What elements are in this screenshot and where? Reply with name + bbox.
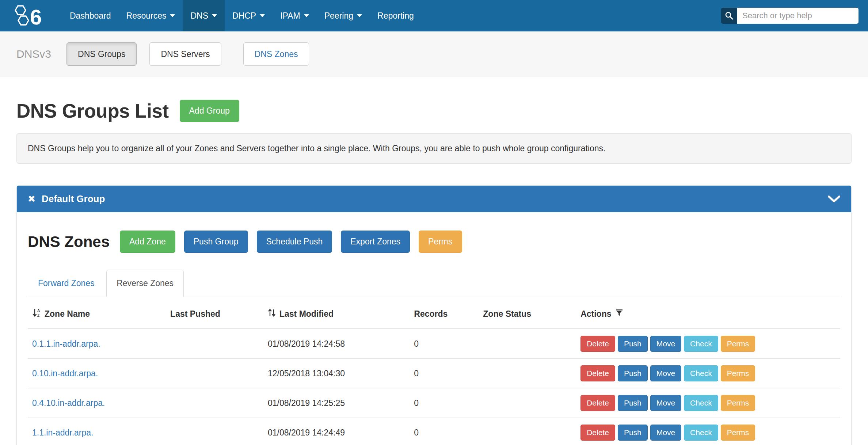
top-navbar: 6 Dashboard Resources DNS DHCP IPAM Peer… <box>0 0 868 31</box>
delete-button[interactable]: Delete <box>580 425 615 441</box>
export-zones-button[interactable]: Export Zones <box>341 231 410 253</box>
nav-label: Reporting <box>377 11 414 21</box>
move-button[interactable]: Move <box>650 395 681 411</box>
move-button[interactable]: Move <box>650 365 681 381</box>
zone-status-cell <box>479 329 576 359</box>
caret-down-icon <box>260 14 265 17</box>
title-row: DNS Groups List Add Group <box>16 100 852 122</box>
filter-icon[interactable] <box>615 308 623 319</box>
last-pushed-cell <box>166 388 263 418</box>
caret-down-icon <box>304 14 309 17</box>
zone-link[interactable]: 0.10.in-addr.arpa. <box>32 369 98 378</box>
nav-item-ipam[interactable]: IPAM <box>273 0 317 31</box>
check-button[interactable]: Check <box>684 365 718 381</box>
collapse-chevron-icon[interactable] <box>828 195 840 203</box>
perms-button[interactable]: Perms <box>721 365 755 381</box>
group-panel-header[interactable]: ✖ Default Group <box>17 186 851 212</box>
delete-button[interactable]: Delete <box>580 336 615 352</box>
zone-status-cell <box>479 359 576 388</box>
description-well: DNS Groups help you to organize all of y… <box>16 133 852 164</box>
last-pushed-cell <box>166 329 263 359</box>
zone-name-cell: 0.10.in-addr.arpa. <box>28 359 166 388</box>
nav-label: DHCP <box>232 11 256 21</box>
zone-status-cell <box>479 388 576 418</box>
check-button[interactable]: Check <box>684 336 718 352</box>
subheader: DNSv3 DNS Groups DNS Servers DNS Zones <box>0 31 868 77</box>
column-header-last-modified[interactable]: Last Modified <box>263 297 410 329</box>
sort-icon <box>268 308 276 320</box>
column-label: Zone Status <box>483 309 531 319</box>
main-content: DNS Groups List Add Group DNS Groups hel… <box>0 100 868 445</box>
check-button[interactable]: Check <box>684 425 718 441</box>
nav-label: Dashboard <box>70 11 111 21</box>
zones-tabs: Forward Zones Reverse Zones <box>28 270 840 297</box>
actions-cell: DeletePushMoveCheckPerms <box>576 388 840 418</box>
last-pushed-cell <box>166 359 263 388</box>
search-button[interactable] <box>721 8 737 24</box>
column-header-zone-name[interactable]: A Z Zone Name <box>28 297 166 329</box>
nav-item-reporting[interactable]: Reporting <box>370 0 422 31</box>
push-button[interactable]: Push <box>618 336 648 352</box>
push-button[interactable]: Push <box>618 395 648 411</box>
svg-text:A: A <box>37 309 40 313</box>
dns-zones-title: DNS Zones <box>28 233 110 251</box>
caret-down-icon <box>170 14 175 17</box>
column-header-records: Records <box>410 297 479 329</box>
schedule-push-button[interactable]: Schedule Push <box>257 231 332 253</box>
add-zone-button[interactable]: Add Zone <box>120 231 175 253</box>
column-label: Last Pushed <box>170 309 220 319</box>
nav-item-dashboard[interactable]: Dashboard <box>62 0 119 31</box>
nav-label: DNS <box>190 11 208 21</box>
push-group-button[interactable]: Push Group <box>184 231 248 253</box>
nav-item-resources[interactable]: Resources <box>119 0 183 31</box>
check-button[interactable]: Check <box>684 395 718 411</box>
column-label: Records <box>414 309 448 319</box>
table-row: 0.4.10.in-addr.arpa. 01/08/2019 14:25:25… <box>28 388 840 418</box>
remove-group-icon[interactable]: ✖ <box>28 194 35 204</box>
push-button[interactable]: Push <box>618 425 648 441</box>
caret-down-icon <box>357 14 362 17</box>
dns-zones-button[interactable]: DNS Zones <box>243 42 309 66</box>
nav-item-dhcp[interactable]: DHCP <box>225 0 273 31</box>
group-title: Default Group <box>42 193 105 205</box>
dns-groups-button[interactable]: DNS Groups <box>66 42 137 66</box>
zone-name-cell: 0.1.1.in-addr.arpa. <box>28 329 166 359</box>
group-panel-body: DNS Zones Add Zone Push Group Schedule P… <box>17 212 851 445</box>
zone-status-cell <box>479 418 576 445</box>
tab-reverse-zones[interactable]: Reverse Zones <box>106 270 184 297</box>
perms-group-button[interactable]: Perms <box>419 231 462 253</box>
move-button[interactable]: Move <box>650 336 681 352</box>
column-label: Actions <box>580 309 611 319</box>
zone-name-cell: 0.4.10.in-addr.arpa. <box>28 388 166 418</box>
zone-link[interactable]: 0.4.10.in-addr.arpa. <box>32 398 105 408</box>
sort-alpha-icon: A Z <box>32 308 41 320</box>
actions-cell: DeletePushMoveCheckPerms <box>576 359 840 388</box>
search-input[interactable] <box>737 8 859 24</box>
navbar-search <box>721 0 859 31</box>
delete-button[interactable]: Delete <box>580 395 615 411</box>
last-modified-cell: 01/08/2019 14:24:58 <box>263 329 410 359</box>
zone-link[interactable]: 0.1.1.in-addr.arpa. <box>32 339 100 349</box>
nav-label: IPAM <box>280 11 300 21</box>
perms-button[interactable]: Perms <box>721 395 755 411</box>
last-modified-cell: 12/05/2018 13:04:30 <box>263 359 410 388</box>
caret-down-icon <box>212 14 217 17</box>
push-button[interactable]: Push <box>618 365 648 381</box>
delete-button[interactable]: Delete <box>580 365 615 381</box>
add-group-button[interactable]: Add Group <box>180 100 239 122</box>
nav-item-dns[interactable]: DNS <box>183 0 225 31</box>
logo-6connect[interactable]: 6 <box>12 0 53 31</box>
move-button[interactable]: Move <box>650 425 681 441</box>
column-header-actions: Actions <box>576 297 840 329</box>
perms-button[interactable]: Perms <box>721 425 755 441</box>
nav-label: Resources <box>126 11 167 21</box>
perms-button[interactable]: Perms <box>721 336 755 352</box>
table-header-row: A Z Zone Name Last Pushed <box>28 297 840 329</box>
column-header-last-pushed: Last Pushed <box>166 297 263 329</box>
default-group-panel: ✖ Default Group DNS Zones Add Zone Push … <box>16 186 852 445</box>
nav-item-peering[interactable]: Peering <box>317 0 370 31</box>
zone-link[interactable]: 1.1.in-addr.arpa. <box>32 428 94 437</box>
tab-forward-zones[interactable]: Forward Zones <box>28 270 105 297</box>
dns-servers-button[interactable]: DNS Servers <box>149 42 221 66</box>
actions-cell: DeletePushMoveCheckPerms <box>576 329 840 359</box>
